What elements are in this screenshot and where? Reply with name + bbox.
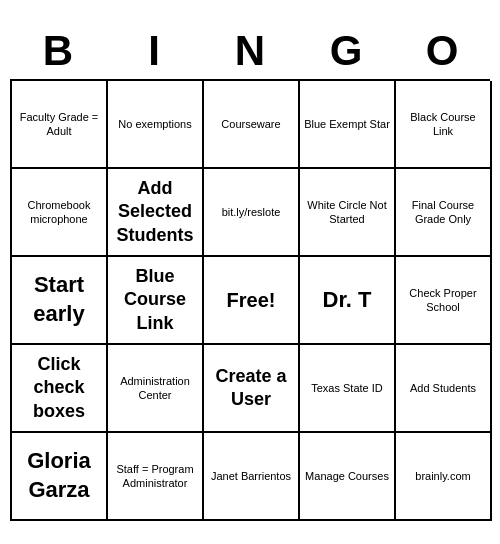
cell-text-20: Gloria Garza <box>16 447 102 504</box>
header-letter-g: G <box>301 27 391 75</box>
bingo-cell-22: Janet Barrientos <box>204 433 300 521</box>
cell-text-13: Dr. T <box>323 286 372 315</box>
cell-text-24: brainly.com <box>415 469 470 483</box>
cell-text-7: bit.ly/reslote <box>222 205 281 219</box>
bingo-cell-20: Gloria Garza <box>12 433 108 521</box>
bingo-cell-11: Blue Course Link <box>108 257 204 345</box>
cell-text-4: Black Course Link <box>400 110 486 139</box>
cell-text-3: Blue Exempt Star <box>304 117 390 131</box>
header-letter-i: I <box>109 27 199 75</box>
header-letter-n: N <box>205 27 295 75</box>
bingo-cell-18: Texas State ID <box>300 345 396 433</box>
cell-text-6: Add Selected Students <box>112 177 198 247</box>
cell-text-21: Staff = Program Administrator <box>112 462 198 491</box>
bingo-cell-10: Start early <box>12 257 108 345</box>
bingo-header: BINGO <box>10 23 490 79</box>
bingo-cell-15: Click check boxes <box>12 345 108 433</box>
header-letter-b: B <box>13 27 103 75</box>
cell-text-17: Create a User <box>208 365 294 412</box>
bingo-cell-14: Check Proper School <box>396 257 492 345</box>
cell-text-5: Chromebook microphone <box>16 198 102 227</box>
bingo-cell-12: Free! <box>204 257 300 345</box>
bingo-cell-3: Blue Exempt Star <box>300 81 396 169</box>
cell-text-15: Click check boxes <box>16 353 102 423</box>
cell-text-14: Check Proper School <box>400 286 486 315</box>
cell-text-0: Faculty Grade = Adult <box>16 110 102 139</box>
bingo-cell-2: Courseware <box>204 81 300 169</box>
bingo-cell-8: White Circle Not Started <box>300 169 396 257</box>
cell-text-22: Janet Barrientos <box>211 469 291 483</box>
bingo-cell-1: No exemptions <box>108 81 204 169</box>
cell-text-9: Final Course Grade Only <box>400 198 486 227</box>
cell-text-12: Free! <box>227 287 276 313</box>
bingo-cell-0: Faculty Grade = Adult <box>12 81 108 169</box>
cell-text-2: Courseware <box>221 117 280 131</box>
bingo-cell-17: Create a User <box>204 345 300 433</box>
bingo-cell-13: Dr. T <box>300 257 396 345</box>
bingo-cell-21: Staff = Program Administrator <box>108 433 204 521</box>
bingo-cell-4: Black Course Link <box>396 81 492 169</box>
bingo-cell-9: Final Course Grade Only <box>396 169 492 257</box>
header-letter-o: O <box>397 27 487 75</box>
bingo-cell-16: Administration Center <box>108 345 204 433</box>
cell-text-23: Manage Courses <box>305 469 389 483</box>
cell-text-8: White Circle Not Started <box>304 198 390 227</box>
bingo-cell-5: Chromebook microphone <box>12 169 108 257</box>
bingo-cell-23: Manage Courses <box>300 433 396 521</box>
cell-text-19: Add Students <box>410 381 476 395</box>
bingo-cell-19: Add Students <box>396 345 492 433</box>
cell-text-16: Administration Center <box>112 374 198 403</box>
cell-text-10: Start early <box>16 271 102 328</box>
cell-text-1: No exemptions <box>118 117 191 131</box>
bingo-cell-6: Add Selected Students <box>108 169 204 257</box>
cell-text-11: Blue Course Link <box>112 265 198 335</box>
cell-text-18: Texas State ID <box>311 381 383 395</box>
bingo-cell-24: brainly.com <box>396 433 492 521</box>
bingo-cell-7: bit.ly/reslote <box>204 169 300 257</box>
bingo-grid: Faculty Grade = AdultNo exemptionsCourse… <box>10 79 490 521</box>
bingo-card: BINGO Faculty Grade = AdultNo exemptions… <box>10 23 490 521</box>
